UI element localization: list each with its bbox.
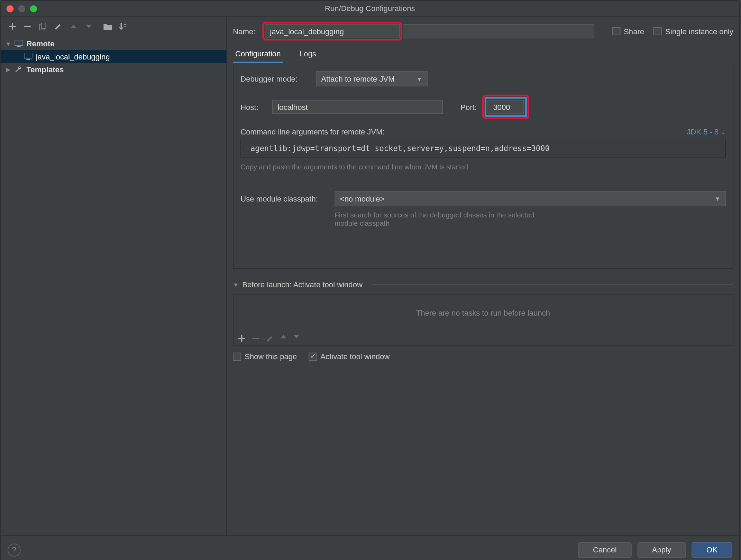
module-hint: First search for sources of the debugged… [335, 211, 726, 219]
edit-config-icon[interactable] [54, 22, 63, 31]
activate-label: Activate tool window [320, 352, 390, 361]
port-highlight [483, 95, 530, 119]
svg-rect-2 [41, 23, 46, 28]
tree-node-templates[interactable]: ▶ Templates [1, 63, 227, 76]
folder-icon[interactable] [103, 22, 112, 31]
tree-node-remote[interactable]: ▼ Remote [1, 37, 227, 50]
edit-task-icon[interactable] [266, 335, 273, 342]
checkbox-icon [612, 27, 620, 35]
checkbox-icon [233, 352, 241, 361]
tab-configuration[interactable]: Configuration [233, 46, 283, 63]
module-hint: module classpath [335, 219, 726, 227]
move-down-icon[interactable] [293, 335, 299, 342]
chevron-down-icon: ▼ [417, 75, 422, 82]
wrench-icon [15, 66, 24, 73]
add-task-icon[interactable] [238, 335, 245, 342]
select-value: <no module> [340, 194, 385, 203]
cmd-hint: Copy and paste the arguments to the comm… [240, 163, 726, 171]
remote-config-icon [24, 53, 34, 60]
host-label: Host: [240, 103, 266, 112]
titlebar: Run/Debug Configurations [1, 1, 739, 17]
cmd-args-label: Command line arguments for remote JVM: [240, 128, 384, 137]
configuration-panel: Debugger mode: Attach to remote JVM ▼ Ho… [233, 63, 733, 269]
left-pane: ▼ Remote java_local_debugging ▶ [1, 17, 227, 535]
chevron-down-icon: ▼ [715, 195, 721, 202]
maximize-window-icon[interactable] [30, 5, 37, 12]
tab-logs[interactable]: Logs [297, 46, 319, 63]
cancel-button[interactable]: Cancel [578, 542, 631, 557]
tree-label: Templates [27, 65, 64, 74]
right-pane: Name: Share Single instance only [227, 17, 739, 535]
name-input-ext[interactable] [403, 24, 593, 38]
config-tree: ▼ Remote java_local_debugging ▶ [1, 36, 227, 535]
svg-rect-7 [252, 338, 259, 339]
remove-task-icon[interactable] [252, 335, 259, 342]
select-value: Attach to remote JVM [321, 74, 395, 83]
remove-config-icon[interactable] [23, 22, 32, 31]
window-controls [7, 5, 37, 12]
activate-tool-window-checkbox[interactable]: Activate tool window [309, 352, 390, 361]
chevron-down-icon: ⌄ [721, 129, 726, 135]
config-toolbar [1, 17, 227, 36]
chevron-down-icon[interactable]: ▼ [233, 281, 239, 288]
move-up-icon[interactable] [69, 22, 78, 31]
single-instance-label: Single instance only [665, 27, 733, 36]
share-label: Share [624, 27, 644, 36]
remote-type-icon [15, 40, 24, 47]
copy-config-icon[interactable] [38, 22, 48, 31]
tree-label: java_local_debugging [36, 52, 110, 61]
add-config-icon[interactable] [8, 22, 17, 31]
jdk-version-select[interactable]: JDK 5 - 8 ⌄ [687, 128, 726, 137]
port-label: Port: [460, 103, 477, 112]
svg-rect-4 [17, 46, 20, 47]
move-up-icon[interactable] [281, 335, 286, 342]
checkbox-icon [309, 352, 317, 361]
svg-rect-5 [24, 53, 33, 58]
close-window-icon[interactable] [7, 5, 13, 12]
dialog-footer: ? Cancel Apply OK [1, 535, 739, 560]
sort-icon[interactable] [118, 22, 128, 31]
minimize-window-icon[interactable] [18, 5, 25, 12]
port-input[interactable] [488, 100, 524, 114]
svg-rect-3 [15, 40, 23, 45]
config-tabs: Configuration Logs [233, 45, 733, 63]
chevron-right-icon: ▶ [4, 66, 12, 73]
before-launch-label: Before launch: Activate tool window [242, 280, 363, 289]
chevron-down-icon: ▼ [4, 40, 12, 47]
debugger-mode-label: Debugger mode: [240, 74, 310, 83]
svg-rect-0 [24, 26, 31, 27]
svg-rect-6 [27, 59, 30, 60]
jdk-label: JDK 5 - 8 [687, 128, 719, 137]
ok-button[interactable]: OK [692, 542, 732, 557]
single-instance-checkbox[interactable]: Single instance only [653, 27, 733, 36]
show-this-page-checkbox[interactable]: Show this page [233, 352, 297, 361]
before-launch-toolbar [234, 332, 733, 346]
apply-button[interactable]: Apply [637, 542, 686, 557]
name-highlight [262, 22, 402, 40]
before-launch-empty: There are no tasks to run before launch [234, 295, 733, 332]
module-classpath-label: Use module classpath: [240, 194, 329, 203]
debugger-mode-select[interactable]: Attach to remote JVM ▼ [316, 71, 428, 86]
move-down-icon[interactable] [84, 22, 93, 31]
share-checkbox[interactable]: Share [612, 27, 644, 36]
checkbox-icon [653, 27, 662, 35]
window-title: Run/Debug Configurations [1, 4, 739, 13]
tree-label: Remote [27, 39, 55, 48]
host-input[interactable] [272, 100, 443, 114]
module-classpath-select[interactable]: <no module> ▼ [335, 191, 726, 206]
run-debug-config-dialog: Run/Debug Configurations [0, 0, 740, 560]
cmd-args-value[interactable]: -agentlib:jdwp=transport=dt_socket,serve… [240, 139, 726, 158]
tree-node-config[interactable]: java_local_debugging [1, 50, 227, 63]
name-input[interactable] [265, 24, 400, 38]
before-launch-section: ▼ Before launch: Activate tool window Th… [233, 280, 733, 361]
show-page-label: Show this page [245, 352, 297, 361]
help-icon[interactable]: ? [8, 543, 20, 556]
name-label: Name: [233, 27, 259, 36]
